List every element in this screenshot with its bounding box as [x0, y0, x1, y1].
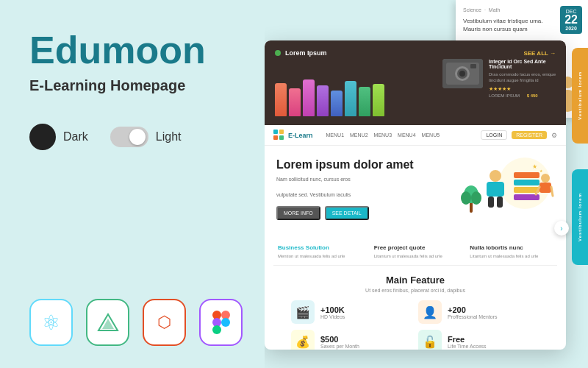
svg-rect-26: [488, 197, 494, 208]
pencil-7: [359, 87, 370, 116]
elearn-navbar: E-Learn MENU1 MENU2 MENU3 MENU4 MENU5 LO…: [265, 125, 566, 146]
main-feature-title: Main Feature: [276, 275, 554, 286]
tag-science: Science: [463, 7, 481, 13]
feature-card-3: Nulla lobortis nunc Litantum ut malesuad…: [465, 240, 557, 263]
hero-desc-2: vulputate sed. Vestibulum iaculis: [276, 191, 459, 199]
videos-icon: 🎬: [291, 300, 315, 324]
side-decoration-text-top: Vestibulum lorem: [578, 71, 582, 120]
toggle-row: Dark Light: [29, 124, 243, 150]
svg-line-37: [551, 187, 553, 196]
svg-rect-18: [279, 135, 284, 140]
lorem-dot-label: Lorem Ipsum: [275, 49, 327, 57]
svg-point-24: [490, 170, 501, 182]
svg-rect-35: [539, 183, 551, 193]
light-toggle-knob: [129, 129, 146, 145]
nav-menu-2[interactable]: MENU2: [350, 132, 368, 138]
feature-3-desc: Litantum ut malesuada felis ad urle: [470, 253, 553, 259]
settings-icon[interactable]: ⚙: [551, 132, 557, 139]
access-label: Life Time Access: [448, 344, 487, 349]
svg-rect-22: [514, 187, 539, 193]
dark-label: Dark: [63, 130, 88, 144]
feature-item-savings: 💰 $500 Saves per Month: [291, 330, 412, 350]
html5-symbol: ⬡: [157, 313, 171, 332]
arrow-right-button[interactable]: ›: [554, 221, 569, 236]
svg-rect-15: [273, 130, 278, 134]
hero-title: Lorem ipsum dolor amet: [276, 158, 459, 171]
lorem-ipsum-label: Lorem Ipsum: [285, 49, 327, 57]
dark-card-header: Lorem Ipsum SEE ALL →: [275, 49, 556, 57]
register-button[interactable]: REGISTER: [512, 131, 547, 139]
elearn-logo-text: E-Learn: [288, 132, 313, 139]
right-panel: Science · Math DEC 22 2020 Vestibulum vi…: [265, 0, 588, 368]
see-all-button[interactable]: SEE ALL →: [523, 50, 556, 57]
browser-mockup: Lorem Ipsum SEE ALL →: [265, 40, 566, 350]
pencil-3: [303, 79, 315, 116]
feature-item-mentors: 👤 +200 Proffessional Mentors: [418, 300, 539, 324]
hero-buttons: MORE INFO SEE DETAIL: [276, 206, 459, 220]
figma-icon[interactable]: [199, 299, 243, 346]
pencil-4: [317, 85, 329, 116]
light-label: Light: [156, 130, 182, 144]
feature-item-access: 🔓 Free Life Time Access: [418, 330, 539, 350]
svg-rect-6: [212, 325, 221, 334]
svg-rect-20: [514, 172, 539, 178]
mentors-label: Proffessional Mentors: [448, 314, 498, 319]
elearn-logo-icon: [273, 130, 285, 141]
svg-point-34: [541, 174, 550, 183]
stars-rating: ★★★★★: [489, 86, 559, 92]
feature-1-desc: Mention ut malesuada felis ad urle: [278, 253, 361, 259]
more-info-button[interactable]: MORE INFO: [276, 206, 320, 220]
nav-menu-4[interactable]: MENU4: [398, 132, 416, 138]
feature-grid: 🎬 +100K HD Videos 👤 +200 Proffessional M…: [276, 300, 554, 350]
feature-item-videos: 🎬 +100K HD Videos: [291, 300, 412, 324]
svg-text:★: ★: [532, 163, 537, 170]
nav-menu-3[interactable]: MENU3: [374, 132, 392, 138]
html5-icon[interactable]: ⬡: [143, 299, 186, 346]
react-icon[interactable]: ⚛: [29, 299, 73, 346]
dark-card-desc: Dras commodo lacus eros, enique tincidun…: [489, 71, 559, 84]
light-toggle-track[interactable]: [110, 127, 148, 147]
pencil-2: [289, 88, 301, 116]
videos-label: HD Videos: [320, 314, 345, 319]
pencil-6: [345, 81, 356, 116]
tech-icons-row: ⚛ ⬡: [29, 299, 243, 346]
side-decoration-top: Vestibulum lorem: [572, 48, 588, 144]
feature-1-title: Business Solution: [278, 244, 361, 251]
pencil-1: [275, 83, 287, 116]
feature-2-desc: Litantum ut malesuada felis ad urle: [374, 253, 457, 259]
main-feature-section: Main Feature Ut sed eros finibus, placer…: [265, 267, 566, 350]
light-toggle-option[interactable]: Light: [110, 127, 182, 147]
hero-illustration: ★ ★: [459, 158, 554, 216]
divider-line: [273, 265, 557, 266]
feature-2-title: Free project quote: [374, 244, 457, 251]
pencil-8: [373, 84, 384, 116]
hero-section: Lorem ipsum dolor amet Nam sollicitud nu…: [265, 146, 566, 227]
pencil-5: [331, 91, 343, 116]
lorem-ipsum-badge-text: LOREM IPSUM: [489, 93, 520, 98]
dark-toggle-indicator: [29, 124, 56, 150]
camera-image: [442, 59, 483, 88]
main-feature-desc: Ut sed eros finibus, placerat orci id, d…: [276, 288, 554, 293]
vue-icon[interactable]: [86, 299, 129, 346]
nav-menu-items: MENU1 MENU2 MENU3 MENU4 MENU5: [326, 132, 474, 138]
green-dot-indicator: [275, 50, 281, 56]
tag-math: Math: [489, 7, 501, 13]
date-badge: DEC 22 2020: [560, 6, 582, 34]
nav-menu-5[interactable]: MENU5: [422, 132, 440, 138]
svg-rect-21: [514, 180, 539, 185]
arrow-right-icon: ›: [560, 224, 562, 233]
see-detail-button[interactable]: SEE DETAIL: [325, 206, 369, 220]
dark-toggle-option[interactable]: Dark: [29, 124, 88, 150]
svg-rect-27: [497, 197, 503, 208]
dark-card-info: Integer id Orc Sed Ante Tincidunt Dras c…: [442, 59, 559, 98]
svg-rect-16: [279, 130, 284, 134]
login-button[interactable]: LOGIN: [481, 130, 507, 140]
nav-menu-1[interactable]: MENU1: [326, 132, 345, 138]
elearn-logo: E-Learn: [273, 130, 313, 141]
svg-point-5: [221, 318, 230, 327]
svg-rect-14: [470, 64, 476, 68]
savings-icon: 💰: [291, 330, 315, 350]
date-year: 2020: [564, 26, 578, 31]
feature-3-title: Nulla lobortis nunc: [470, 244, 553, 251]
feature-card-2: Free project quote Litantum ut malesuada…: [370, 240, 462, 263]
